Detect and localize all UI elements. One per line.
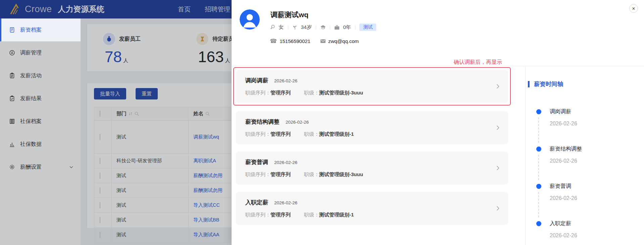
salary-timeline-panel: 薪资时间轴 调岗调薪 2026-02-26 薪资结构调整 2026-02-26 <box>525 66 644 245</box>
timeline-date: 2026-02-26 <box>550 121 644 127</box>
timeline-label: 调岗调薪 <box>550 108 644 115</box>
sidebar-item-salary-archive[interactable]: 薪资档案 <box>0 18 81 41</box>
divider <box>288 25 288 30</box>
timeline-title: 薪资时间轴 <box>528 80 644 88</box>
employee-header: 调薪测试wq 女 34岁 0年 测试 ☎ 15156590021 zwq@qq.… <box>232 0 644 66</box>
employee-contact-row: ☎ 15156590021 zwq@qq.com <box>270 38 359 45</box>
highlight-box: 确认调薪后，再显示 调岗调薪 2026-02-26 职级序列：管理序列 职级：测… <box>233 67 511 106</box>
timeline-dot-icon <box>536 109 541 114</box>
timeline-dot-icon <box>536 184 541 189</box>
employee-gender: 女 <box>279 24 284 31</box>
employee-email: zwq@qq.com <box>328 38 359 44</box>
chevron-right-icon[interactable] <box>496 206 499 211</box>
card-title: 调岗调薪 <box>245 77 268 84</box>
timeline-label: 薪资普调 <box>550 183 644 190</box>
timeline-date: 2026-02-26 <box>550 158 644 164</box>
adjustment-card-general[interactable]: 薪资普调 2026-02-26 职级序列：管理序列 职级：测试管理级别-3uuu <box>236 152 508 185</box>
timeline-connector <box>538 117 539 143</box>
document-icon <box>9 27 15 33</box>
adjustment-card-structure[interactable]: 薪资结构调整 2026-02-26 职级序列：管理序列 职级：测试管理级别-1 <box>236 111 508 144</box>
timeline-date: 2026-02-26 <box>550 233 644 239</box>
level-label: 职级： <box>304 171 319 177</box>
timeline-title-text: 薪资时间轴 <box>534 80 563 88</box>
avatar <box>240 9 260 30</box>
card-title: 薪资结构调整 <box>245 118 280 126</box>
sequence-value: 管理序列 <box>270 131 291 137</box>
chevron-right-icon[interactable] <box>496 125 499 130</box>
timeline-connector <box>538 155 539 180</box>
sequence-label: 职级序列： <box>245 90 270 95</box>
employee-service-years: 0年 <box>343 24 351 31</box>
briefcase-icon <box>334 25 340 30</box>
card-date: 2026-02-26 <box>274 200 297 205</box>
timeline-label: 入职定薪 <box>550 220 644 227</box>
adjustment-card-transfer[interactable]: 调岗调薪 2026-02-26 职级序列：管理序列 职级：测试管理级别-3uuu <box>236 70 508 103</box>
sequence-value: 管理序列 <box>270 171 291 177</box>
level-value: 测试管理级别-1 <box>319 131 354 137</box>
timeline-date: 2026-02-26 <box>550 195 644 201</box>
adjustment-card-onboarding[interactable]: 入职定薪 2026-02-26 职级序列：管理序列 职级：测试管理级别-1 <box>236 192 508 225</box>
sidebar-item-label: 薪资档案 <box>20 27 42 34</box>
employee-age: 34岁 <box>301 24 312 31</box>
divider <box>330 25 330 30</box>
card-title: 入职定薪 <box>245 199 268 206</box>
timeline-item: 薪资结构调整 2026-02-26 <box>535 146 644 183</box>
close-icon[interactable]: × <box>629 4 638 13</box>
timeline-item: 调岗调薪 2026-02-26 <box>535 108 644 146</box>
card-date: 2026-02-26 <box>274 160 297 165</box>
drawer-body: 确认调薪后，再显示 调岗调薪 2026-02-26 职级序列：管理序列 职级：测… <box>232 66 644 245</box>
level-label: 职级： <box>304 212 319 217</box>
employee-info-row: 女 34岁 0年 测试 <box>270 24 376 31</box>
sequence-label: 职级序列： <box>245 131 270 137</box>
level-label: 职级： <box>304 131 319 137</box>
timeline-connector <box>538 192 539 217</box>
email-icon <box>320 39 326 43</box>
employee-tag: 测试 <box>359 24 376 31</box>
divider <box>355 25 355 30</box>
level-value: 测试管理级别-3uuu <box>319 171 363 177</box>
sequence-label: 职级序列： <box>245 171 270 177</box>
timeline-item: 薪资普调 2026-02-26 <box>535 183 644 220</box>
adjustment-list: 确认调薪后，再显示 调岗调薪 2026-02-26 职级序列：管理序列 职级：测… <box>232 66 525 245</box>
gender-female-icon <box>270 25 275 30</box>
timeline-list: 调岗调薪 2026-02-26 薪资结构调整 2026-02-26 薪资普调 2… <box>535 108 644 245</box>
seedling-icon <box>292 25 298 30</box>
card-date: 2026-02-26 <box>286 120 309 125</box>
employee-name: 调薪测试wq <box>270 10 308 19</box>
card-date: 2026-02-26 <box>274 78 297 83</box>
level-value: 测试管理级别-1 <box>319 212 354 217</box>
divider <box>316 25 316 30</box>
sequence-value: 管理序列 <box>270 212 291 217</box>
graduation-cap-icon <box>320 25 326 30</box>
title-accent-bar <box>528 81 530 87</box>
phone-icon: ☎ <box>270 38 277 45</box>
sequence-value: 管理序列 <box>270 90 291 95</box>
card-title: 薪资普调 <box>245 158 268 166</box>
employee-phone: 15156590021 <box>280 38 310 44</box>
level-label: 职级： <box>304 90 319 95</box>
chevron-right-icon[interactable] <box>496 84 499 89</box>
chevron-right-icon[interactable] <box>496 166 499 171</box>
timeline-dot-icon <box>536 147 541 152</box>
timeline-label: 薪资结构调整 <box>550 146 644 153</box>
timeline-item: 入职定薪 2026-02-26 <box>535 220 644 245</box>
annotation-text: 确认调薪后，再显示 <box>454 59 502 66</box>
employee-drawer: × 调薪测试wq 女 34岁 0年 测试 ☎ 15156590021 zwq@q… <box>232 0 644 245</box>
level-value: 测试管理级别-3uuu <box>319 90 363 95</box>
timeline-dot-icon <box>536 221 541 226</box>
sequence-label: 职级序列： <box>245 212 270 217</box>
